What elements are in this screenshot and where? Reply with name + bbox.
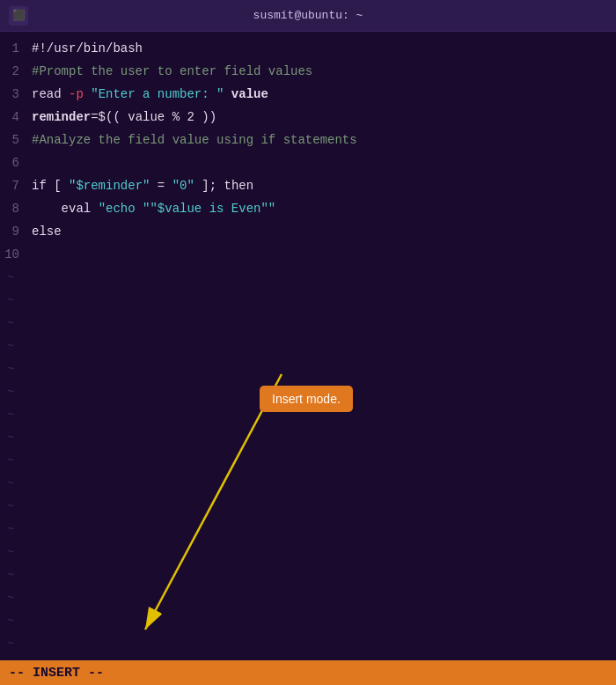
annotation-tooltip: Insert mode. [260,386,353,412]
titlebar-title: susmit@ubuntu: ~ [253,9,363,22]
tilde-line: ~ [0,586,616,609]
line-number: 2 [4,60,32,83]
code-line: 8 eval "echo ""$value is Even"" [0,197,616,220]
line-code: if [ "$reminder" = "0" ]; then [32,174,253,197]
code-line: 6 [0,151,616,174]
insert-mode-label: -- INSERT -- [9,666,104,681]
tilde-lines: ~~~~~~~~~~~~~~~~~~ [0,266,616,660]
tilde-line: ~ [0,472,616,495]
line-code: #Analyze the field value using if statem… [32,129,357,151]
line-number: 8 [4,197,32,220]
line-number: 5 [4,129,32,151]
line-number: 10 [4,243,32,266]
line-code: read -p "Enter a number: " value [32,83,268,106]
terminal-icon-glyph: ⬛ [12,9,26,22]
tilde-line: ~ [0,541,616,563]
line-code: reminder=$(( value % 2 )) [32,106,216,129]
code-line: 4reminder=$(( value % 2 )) [0,106,616,129]
line-code: #!/usr/bin/bash [32,37,143,60]
titlebar: ⬛ susmit@ubuntu: ~ [0,0,616,32]
tilde-line: ~ [0,357,616,380]
code-line: 3read -p "Enter a number: " value [0,83,616,106]
annotation-label: Insert mode. [272,392,341,406]
line-code: eval "echo ""$value is Even"" [32,197,275,220]
tilde-line: ~ [0,609,616,632]
tilde-line: ~ [0,312,616,335]
code-line: 1#!/usr/bin/bash [0,37,616,60]
code-line: 9else [0,220,616,243]
statusbar: -- INSERT -- [0,660,616,685]
editor-area: 1#!/usr/bin/bash2#Prompt the user to ent… [0,32,616,660]
line-number: 6 [4,151,32,174]
tilde-line: ~ [0,518,616,541]
tilde-line: ~ [0,335,616,357]
line-number: 3 [4,83,32,106]
code-lines: 1#!/usr/bin/bash2#Prompt the user to ent… [0,37,616,266]
tilde-line: ~ [0,426,616,449]
line-code: else [32,220,62,243]
code-line: 7if [ "$reminder" = "0" ]; then [0,174,616,197]
code-line: 10 [0,243,616,266]
line-number: 9 [4,220,32,243]
line-code: #Prompt the user to enter field values [32,60,312,83]
tilde-line: ~ [0,449,616,472]
terminal-icon: ⬛ [9,6,28,26]
code-line: 2#Prompt the user to enter field values [0,60,616,83]
tilde-line: ~ [0,495,616,518]
code-line: 5#Analyze the field value using if state… [0,129,616,151]
tilde-line: ~ [0,632,616,655]
line-number: 1 [4,37,32,60]
line-number: 7 [4,174,32,197]
tilde-line: ~ [0,266,616,289]
tilde-line: ~ [0,563,616,586]
tilde-line: ~ [0,289,616,312]
line-number: 4 [4,106,32,129]
